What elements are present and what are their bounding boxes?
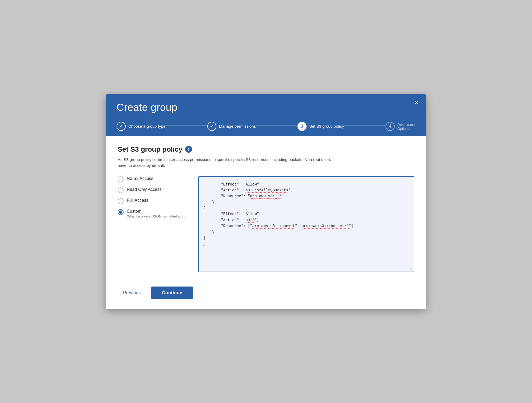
previous-button[interactable]: Previous	[118, 287, 146, 299]
step-connector-1	[165, 126, 207, 126]
help-icon[interactable]: ?	[185, 146, 192, 153]
resize-handle[interactable]: ⤡	[410, 268, 413, 271]
radio-full-access-label: Full Access	[127, 198, 148, 203]
radio-custom-btn[interactable]	[118, 209, 124, 215]
modal-footer: Previous Continue	[106, 280, 426, 309]
section-title-container: Set S3 group policy ?	[118, 145, 414, 154]
radio-custom-sublabel: (Must be a valid JSON formatted string.)	[127, 214, 189, 218]
radio-no-access-btn[interactable]	[118, 176, 124, 182]
section-description: An S3 group policy controls user access …	[118, 157, 336, 169]
step-connector-3	[344, 126, 386, 126]
radio-full-access-btn[interactable]	[118, 198, 124, 204]
step-4-circle: 4	[386, 122, 395, 131]
radio-read-only-label: Read Only Access	[127, 187, 162, 192]
step-2-label: Manage permissions	[219, 124, 256, 128]
step-4-label: Add users Optional	[397, 122, 415, 131]
modal-title: Create group	[117, 102, 415, 113]
step-set-s3-policy: 3 Set S3 group policy	[297, 121, 344, 136]
radio-custom[interactable]: Custom (Must be a valid JSON formatted s…	[118, 209, 189, 218]
step-3-label: Set S3 group policy	[309, 124, 344, 128]
step-1-circle: ✓	[117, 122, 126, 131]
modal-body: Set S3 group policy ? An S3 group policy…	[106, 136, 426, 280]
step-choose-group-type: ✓ Choose a group type	[117, 121, 165, 136]
step-connector-2	[256, 126, 297, 126]
radio-read-only[interactable]: Read Only Access	[118, 187, 189, 193]
step-2-circle: ✓	[207, 122, 216, 131]
radio-full-access[interactable]: Full Access	[118, 198, 189, 204]
step-manage-permissions: ✓ Manage permissions	[207, 121, 256, 136]
step-add-users: 4 Add users Optional	[386, 121, 415, 136]
radio-read-only-btn[interactable]	[118, 187, 124, 193]
section-title-text: Set S3 group policy	[118, 145, 182, 154]
content-area: No S3 Access Read Only Access Full Acces…	[118, 176, 414, 272]
policy-editor-wrapper: "Effect": "Allow", "Action": "s3:ListAll…	[198, 176, 414, 272]
continue-button[interactable]: Continue	[151, 287, 193, 299]
modal-header: Create group × ✓ Choose a group type ✓ M…	[106, 94, 426, 136]
radio-group: No S3 Access Read Only Access Full Acces…	[118, 176, 189, 218]
radio-no-access-label: No S3 Access	[127, 176, 153, 181]
create-group-modal: Create group × ✓ Choose a group type ✓ M…	[106, 94, 426, 309]
step-4-sublabel: Optional	[397, 127, 415, 131]
step-1-label: Choose a group type	[128, 124, 165, 128]
step-3-circle: 3	[297, 122, 307, 131]
policy-editor[interactable]: "Effect": "Allow", "Action": "s3:ListAll…	[198, 176, 414, 272]
radio-no-access[interactable]: No S3 Access	[118, 176, 189, 182]
close-button[interactable]: ×	[415, 99, 419, 106]
radio-custom-label: Custom (Must be a valid JSON formatted s…	[127, 209, 189, 218]
steps-bar: ✓ Choose a group type ✓ Manage permissio…	[117, 121, 415, 136]
